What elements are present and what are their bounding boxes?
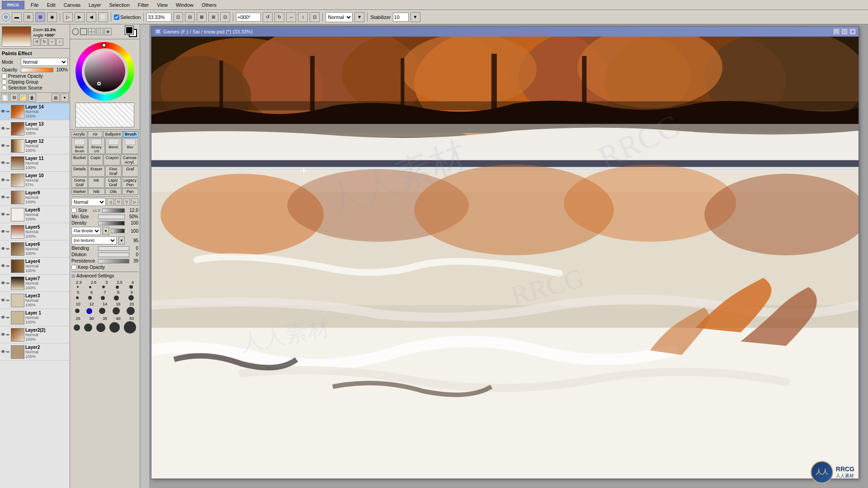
layer-eye-14[interactable]: 👁 [1,109,5,114]
size-dot-50[interactable] [124,321,136,333]
size-dot-3[interactable] [102,286,105,288]
layer-item-8[interactable]: 👁 ✏ Layer8 Normal 100% [0,206,70,223]
layer-eye-13[interactable]: 👁 [1,126,5,131]
brush-tab-bucket[interactable]: Bucket [71,155,88,165]
size-bar[interactable] [102,208,125,213]
brush-mode-select[interactable]: Normal [71,198,106,206]
nav-btn-1[interactable]: ↺ [33,38,40,46]
layer-pen-1[interactable]: ✏ [6,315,10,320]
layer-item-14[interactable]: 👁 ✏ Layer 14 Normal 100% [0,103,70,120]
brush-tab-ballpoint[interactable]: Ballpoint [103,131,123,137]
layer-pen-3[interactable]: ✏ [6,298,10,303]
layer-item-12[interactable]: 👁 ✏ Layer 12 Normal 100% [0,137,70,155]
zoom-2[interactable]: ⊠ [197,12,207,22]
layer-item-11[interactable]: 👁 ✏ Layer 11 Normal 100% [0,155,70,172]
canvas-maximize[interactable]: □ [841,28,848,35]
size-dot-6[interactable] [88,296,92,300]
zoom-1[interactable]: ⊟ [185,12,195,22]
layer-item-6[interactable]: 👁 ✏ Layer6 Normal 100% [0,240,70,258]
size-dot-40[interactable] [109,322,120,333]
blend-mode-extra[interactable]: ▼ [354,12,364,22]
zoom-3[interactable]: ⊞ [208,12,218,22]
layer-item-7[interactable]: 👁 ✏ Layer7 Normal 100% [0,275,70,292]
size-checkbox[interactable] [71,208,76,213]
brush-tab-graf[interactable]: Graf [122,166,138,177]
rot-5[interactable]: ⊡ [310,12,320,22]
tool-btn-6[interactable]: ▷ [63,12,73,22]
layer-folder-btn[interactable]: 📁 [19,94,27,102]
texture-bar[interactable] [111,229,125,233]
layer-item-2[interactable]: 👁 ✏ Layer2 Normal 100% [0,343,70,361]
layer-item-9[interactable]: 👁 ✏ Layer9 Normal 100% [0,189,70,206]
layer-eye-10[interactable]: 👁 [1,178,5,183]
canvas-minimize[interactable]: _ [833,28,840,35]
color-tool-dropper[interactable]: ⊕ [104,28,112,35]
layer-new-btn[interactable]: 📄 [1,94,9,102]
layer-item-4[interactable]: 👁 ✏ Layer4 Normal 100% [0,258,70,275]
menu-edit[interactable]: Edit [43,1,59,9]
size-dot-2-3[interactable] [77,286,79,288]
layer-copy-btn[interactable]: ⧉ [10,94,18,102]
color-tool-circle[interactable] [72,28,79,35]
brush-tab-fino[interactable]: Fino Graf [105,166,122,177]
clipping-group-label[interactable]: Clipping Group [2,80,68,84]
stabilizer-expand[interactable]: ▼ [410,12,420,22]
brush-tab-legacy[interactable]: Legacy Pen [122,177,138,188]
brush-tab-brush[interactable]: Brush [123,131,138,137]
layer-item-3[interactable]: 👁 ✏ Layer3 Normal 100% [0,292,70,309]
brush-tab-details[interactable]: Details [71,166,88,177]
layer-eye-4[interactable]: 👁 [1,263,5,268]
layer-eye-9[interactable]: 👁 [1,195,5,200]
tool-btn-2[interactable]: ▬ [12,12,22,22]
preserve-opacity-label[interactable]: Preserve Opacity [2,74,68,79]
size-dot-35[interactable] [96,323,105,332]
tool-btn-7[interactable]: ▶ [75,12,85,22]
layer-extra-btn[interactable]: ▼ [61,94,69,102]
fg-color-swatch[interactable] [125,26,133,34]
brush-mode-left[interactable]: ◁ [107,198,114,206]
clipping-group-check[interactable] [2,80,7,84]
color-tool-square[interactable] [80,28,87,35]
preserve-opacity-check[interactable] [2,74,7,79]
rot-2[interactable]: ↻ [274,12,284,22]
layer-pen-13[interactable]: ✏ [6,127,10,131]
brush-tab-pen[interactable]: Pen [122,188,138,195]
texture-expand[interactable]: ▼ [103,227,109,235]
brush-tab-air[interactable]: Air [88,131,103,137]
color-tool-grid2[interactable] [96,28,104,35]
size-dot-4[interactable] [129,285,133,289]
size-dot-3-5[interactable] [116,286,119,289]
layer-pen-14[interactable]: ✏ [6,109,10,114]
brush-mode-right[interactable]: ▷ [131,198,138,206]
nav-btn-3[interactable]: ↔ [48,38,56,46]
canvas-content[interactable]: 人人素材 RRCG 人人素材 RRCG [151,37,859,479]
menu-window[interactable]: Window [172,1,197,9]
selection-checkbox-label[interactable]: Selection [114,14,141,20]
color-tool-grid[interactable] [88,28,95,35]
keep-opacity-label[interactable]: Keep Opacity [71,265,138,270]
brush-tab-canvas[interactable]: Canvas Acryl. [121,155,138,165]
tool-btn-1[interactable]: ⊙ [2,13,10,21]
tool-btn-8[interactable]: ◀ [86,12,96,22]
tool-btn-3[interactable]: ⊞ [24,12,33,22]
layer-eye-7[interactable]: 👁 [1,281,5,286]
brush-tab-goma[interactable]: Goma Graf [71,177,88,188]
brush-tab-crayon[interactable]: Crayon [104,155,120,165]
layer-pen-9[interactable]: ✏ [6,195,10,200]
brush-tab-acrylic[interactable]: Acrylic [71,131,87,137]
brush-tab-oils[interactable]: Oils [105,188,122,195]
zoom-input[interactable] [146,13,171,22]
menu-selection[interactable]: Selection [106,1,133,9]
tool-btn-5[interactable]: ◉ [47,12,57,22]
brush-tab-ink[interactable]: Ink [88,177,104,188]
layer-eye-11[interactable]: 👁 [1,160,5,165]
min-size-bar[interactable] [98,215,125,219]
layer-pen-12[interactable]: ✏ [6,144,10,148]
density-bar[interactable] [98,221,125,225]
brush-tab-lapiz[interactable]: Lapiz Graf [105,177,121,188]
brush-item-blur[interactable]: Blur [122,138,138,154]
zoom-4[interactable]: ⊡ [220,12,230,22]
brush-item-basic[interactable]: Basic Brush [71,138,88,154]
layer-pen-11[interactable]: ✏ [6,161,10,165]
brush-tab-marker[interactable]: Marker [71,188,88,195]
